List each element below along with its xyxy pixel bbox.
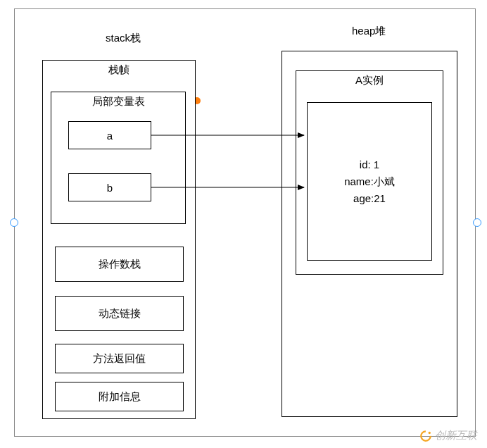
instance-field-id: id: 1: [360, 156, 379, 173]
operand-stack-label: 操作数栈: [99, 258, 141, 271]
instance-title: A实例: [296, 71, 443, 87]
local-var-a-label: a: [107, 130, 113, 142]
heap-title: heap堆: [352, 25, 386, 38]
local-var-table-box: 局部变量表: [51, 92, 186, 224]
local-var-b: b: [68, 173, 151, 201]
local-var-a: a: [68, 121, 151, 149]
instance-body: id: 1 name:小斌 age:21: [307, 102, 432, 261]
dynamic-link-box: 动态链接: [55, 296, 184, 331]
svg-point-2: [429, 431, 431, 433]
instance-field-name: name:小斌: [344, 173, 395, 190]
local-var-table-title: 局部变量表: [51, 92, 185, 108]
operand-stack-box: 操作数栈: [55, 247, 184, 282]
instance-field-age: age:21: [353, 190, 386, 207]
return-value-box: 方法返回值: [55, 344, 184, 373]
watermark: 创新互联: [419, 429, 477, 442]
stack-title: stack栈: [106, 32, 141, 45]
extra-info-label: 附加信息: [99, 390, 141, 404]
return-value-label: 方法返回值: [93, 352, 146, 366]
stack-frame-title: 栈帧: [43, 61, 195, 77]
extra-info-box: 附加信息: [55, 382, 184, 411]
local-var-b-label: b: [107, 182, 113, 194]
selection-handle-left: [10, 218, 18, 227]
watermark-logo-icon: [419, 430, 432, 442]
selection-handle-right: [473, 218, 481, 227]
watermark-text: 创新互联: [435, 429, 477, 442]
dynamic-link-label: 动态链接: [99, 307, 141, 321]
